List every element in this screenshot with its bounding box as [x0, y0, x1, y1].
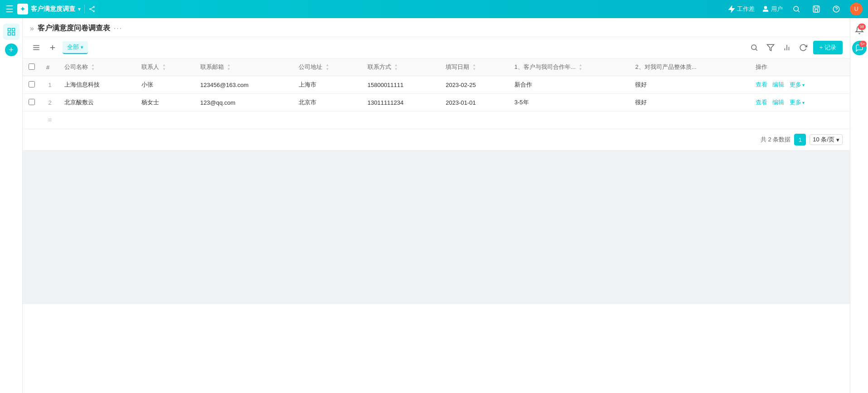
row-col1: 新合作 [509, 76, 630, 94]
row-actions: 查看 编辑 更多 ▾ [750, 76, 850, 94]
user-btn[interactable]: 用户 [762, 5, 783, 13]
user-label: 用户 [771, 5, 783, 13]
filter-btn[interactable] [764, 41, 777, 54]
page-header: » 客户满意度问卷调查表 ··· [23, 18, 850, 37]
row-email: 123@qq.com [195, 94, 293, 112]
action-more[interactable]: 更多 ▾ [790, 81, 805, 89]
row-col2: 很好 [630, 94, 750, 112]
row-checkbox[interactable] [29, 81, 35, 87]
row-checkbox[interactable] [29, 99, 35, 105]
tab-all[interactable]: 全部 ▾ [63, 41, 88, 54]
svg-point-1 [90, 9, 91, 10]
page-btn-1[interactable]: 1 [794, 134, 806, 146]
th-company[interactable]: 公司名称 ▲▼ [59, 58, 136, 76]
toolbar-menu-icon[interactable] [30, 41, 43, 54]
tab-dropdown-icon[interactable]: ▾ [81, 44, 83, 50]
hamburger-icon[interactable]: ☰ [5, 4, 14, 15]
brand-dropdown-icon[interactable]: ▾ [78, 6, 81, 12]
toolbar-left: 全部 ▾ [30, 41, 88, 54]
brand[interactable]: ✦ 客户满意度调查 ▾ [17, 4, 81, 15]
main-content: » 客户满意度问卷调查表 ··· 全部 ▾ [23, 18, 850, 393]
row-date: 2023-01-01 [440, 94, 509, 112]
row-col2: 很好 [630, 76, 750, 94]
table-header-row: # 公司名称 ▲▼ 联系人 ▲▼ 联系邮箱 ▲▼ 公司地址 ▲▼ 联系方式 ▲▼… [23, 58, 850, 76]
save-btn[interactable] [810, 3, 823, 15]
workbench-btn[interactable]: 工作差 [728, 5, 755, 13]
row-phone: 13011111234 [362, 94, 441, 112]
add-record-btn[interactable]: + 记录 [813, 41, 843, 54]
svg-point-2 [93, 10, 95, 12]
row-contact: 杨女士 [136, 94, 195, 112]
toolbar-add-icon[interactable] [46, 41, 59, 54]
top-nav: ☰ ✦ 客户满意度调查 ▾ 工作差 用户 U [0, 0, 868, 18]
toolbar: 全部 ▾ + 记录 [23, 37, 850, 58]
table-container: # 公司名称 ▲▼ 联系人 ▲▼ 联系邮箱 ▲▼ 公司地址 ▲▼ 联系方式 ▲▼… [23, 58, 850, 129]
row-company: 上海信息科技 [59, 76, 136, 94]
th-checkbox [23, 58, 41, 76]
svg-point-6 [764, 6, 766, 9]
th-address[interactable]: 公司地址 ▲▼ [293, 58, 362, 76]
row-checkbox-cell [23, 94, 41, 112]
svg-rect-15 [12, 29, 15, 31]
breadcrumb-arrow: » [30, 24, 34, 33]
action-edit[interactable]: 编辑 [772, 81, 784, 88]
add-row-cell [59, 112, 850, 129]
share-btn[interactable] [88, 5, 96, 13]
row-num: 1 [41, 76, 59, 94]
svg-point-0 [93, 6, 95, 8]
sidebar-grid-icon[interactable] [3, 24, 19, 40]
svg-point-7 [794, 6, 799, 11]
row-checkbox-cell [23, 76, 41, 94]
th-num: # [41, 58, 59, 76]
row-address: 北京市 [293, 94, 362, 112]
svg-rect-16 [8, 33, 10, 35]
row-date: 2023-02-25 [440, 76, 509, 94]
svg-line-24 [756, 49, 757, 50]
row-col1: 3-5年 [509, 94, 630, 112]
search-btn[interactable] [790, 3, 803, 15]
th-date[interactable]: 填写日期 ▲▼ [440, 58, 509, 76]
avatar[interactable]: U [850, 3, 863, 15]
search-table-btn[interactable] [748, 41, 761, 54]
svg-marker-5 [729, 6, 734, 12]
page-size-select[interactable]: 10 条/页 ▾ [810, 134, 843, 145]
th-phone[interactable]: 联系方式 ▲▼ [362, 58, 441, 76]
refresh-btn[interactable] [797, 41, 810, 54]
th-email[interactable]: 联系邮箱 ▲▼ [195, 58, 293, 76]
workbench-label: 工作差 [737, 5, 755, 13]
th-col1[interactable]: 1、客户与我司合作年... ▲▼ [509, 58, 630, 76]
top-nav-left: ☰ ✦ 客户满意度调查 ▾ [5, 4, 96, 15]
chat-notification-icon[interactable]: 5+ [851, 40, 868, 56]
notification-badge: 98 [858, 24, 865, 30]
add-row[interactable]: = [23, 112, 850, 129]
notification-icon[interactable]: 98 [851, 22, 868, 38]
left-sidebar: + [0, 18, 23, 393]
svg-marker-25 [767, 44, 774, 51]
row-company: 北京酸敷云 [59, 94, 136, 112]
chart-btn[interactable] [781, 41, 793, 54]
svg-rect-10 [815, 6, 818, 8]
svg-rect-14 [8, 29, 10, 31]
pagination: 共 2 条数据 1 10 条/页 ▾ [23, 129, 850, 150]
nav-divider [84, 5, 85, 14]
th-contact[interactable]: 联系人 ▲▼ [136, 58, 195, 76]
svg-point-23 [752, 45, 756, 50]
select-all-checkbox[interactable] [29, 63, 35, 70]
action-edit[interactable]: 编辑 [772, 99, 784, 106]
tab-all-label: 全部 [67, 43, 79, 51]
page-more-btn[interactable]: ··· [114, 24, 122, 33]
action-view[interactable]: 查看 [756, 81, 767, 88]
row-actions: 查看 编辑 更多 ▾ [750, 94, 850, 112]
th-actions: 操作 [750, 58, 850, 76]
svg-line-8 [798, 10, 799, 12]
sidebar-add-btn[interactable]: + [5, 44, 18, 56]
chat-badge: 5+ [859, 41, 866, 47]
help-btn[interactable] [830, 3, 843, 15]
action-view[interactable]: 查看 [756, 99, 767, 106]
add-row-icon[interactable]: = [41, 112, 59, 129]
total-label: 共 2 条数据 [761, 136, 790, 144]
data-table: # 公司名称 ▲▼ 联系人 ▲▼ 联系邮箱 ▲▼ 公司地址 ▲▼ 联系方式 ▲▼… [23, 58, 850, 129]
table-row: 2 北京酸敷云 杨女士 123@qq.com 北京市 13011111234 2… [23, 94, 850, 112]
svg-line-3 [91, 10, 93, 11]
action-more[interactable]: 更多 ▾ [790, 98, 805, 107]
